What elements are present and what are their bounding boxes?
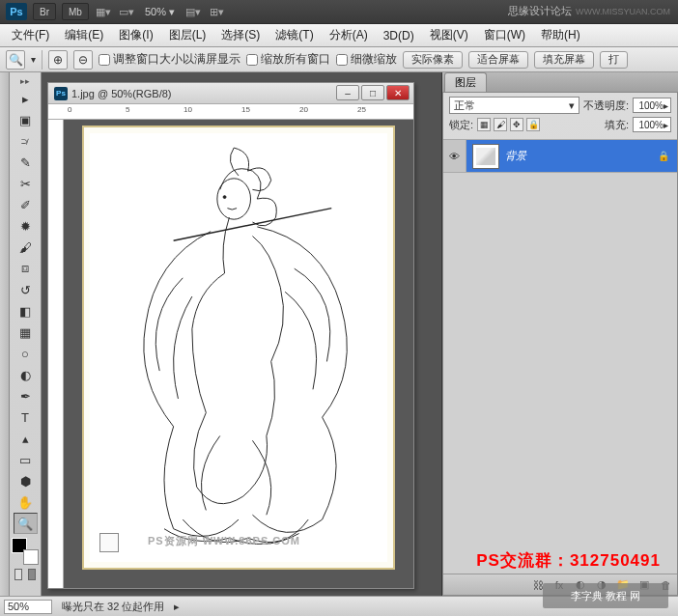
menu-layer[interactable]: 图层(L)	[161, 27, 214, 43]
status-menu-arrow-icon[interactable]: ▸	[174, 601, 180, 613]
layer-thumbnail[interactable]	[472, 144, 499, 169]
fill-screen-button[interactable]: 填充屏幕	[534, 51, 594, 69]
arrange-icon[interactable]: ▦▾	[95, 3, 112, 20]
toolbox-handle-icon[interactable]: ▸▸	[20, 76, 30, 86]
menu-file[interactable]: 文件(F)	[4, 27, 57, 43]
marquee-tool[interactable]: ▣	[14, 109, 38, 130]
brush-tool[interactable]: 🖌	[14, 237, 38, 258]
path-select-tool[interactable]: ▴	[14, 428, 38, 449]
history-brush-tool[interactable]: ↺	[14, 279, 38, 300]
layer-name-label[interactable]: 背景	[505, 149, 658, 163]
menu-image[interactable]: 图像(I)	[111, 27, 160, 43]
zoom-tool-icon[interactable]: 🔍	[6, 50, 25, 70]
quick-select-tool[interactable]: ✎	[14, 152, 38, 173]
bridge-button[interactable]: Br	[33, 3, 56, 20]
opacity-label: 不透明度:	[583, 98, 629, 113]
gradient-tool[interactable]: ▦	[14, 322, 38, 343]
collapsed-panel-dock[interactable]	[0, 72, 10, 596]
menu-help[interactable]: 帮助(H)	[533, 27, 588, 43]
lock-transparency-icon[interactable]: ▦	[477, 118, 491, 131]
minimize-button[interactable]: –	[336, 85, 359, 100]
type-tool[interactable]: T	[14, 406, 38, 428]
layer-list: 👁 背景 🔒	[443, 140, 677, 574]
eyedropper-tool[interactable]: ✐	[14, 194, 38, 215]
lock-all-icon[interactable]: 🔒	[526, 118, 540, 131]
dodge-tool[interactable]: ◐	[14, 364, 38, 385]
menu-analysis[interactable]: 分析(A)	[322, 27, 376, 43]
panel-tab-bar: 图层	[442, 72, 678, 92]
pen-tool[interactable]: ✒	[14, 385, 38, 406]
blend-mode-select[interactable]: 正常▾	[449, 97, 579, 114]
menu-view[interactable]: 视图(V)	[422, 27, 476, 43]
color-swatches[interactable]	[12, 538, 39, 565]
dropdown-arrow-icon[interactable]: ▾	[31, 54, 36, 65]
opacity-input[interactable]: 100% ▸	[633, 98, 671, 113]
ps-logo: Ps	[6, 3, 27, 20]
visibility-toggle[interactable]: 👁	[443, 140, 466, 172]
status-zoom-input[interactable]: 50%	[4, 600, 52, 614]
healing-brush-tool[interactable]: ✹	[14, 215, 38, 237]
maximize-button[interactable]: □	[361, 85, 384, 100]
document-titlebar[interactable]: Ps 1.jpg @ 50%(RGB/8) – □ ✕	[48, 83, 413, 104]
blur-tool[interactable]: ○	[14, 343, 38, 364]
zoom-all-checkbox[interactable]: 缩放所有窗口	[246, 51, 330, 68]
move-tool[interactable]: ▸	[14, 88, 38, 109]
workspace: Ps 1.jpg @ 50%(RGB/8) – □ ✕ 0 5 10 15 20…	[42, 72, 441, 596]
eraser-tool[interactable]: ◧	[14, 300, 38, 322]
lock-position-icon[interactable]: ✥	[510, 118, 523, 131]
artwork-frame: PS资源网 WWW.86PS.COM	[82, 126, 395, 570]
mini-bridge-button[interactable]: Mb	[62, 3, 89, 20]
extras-icon[interactable]: ▤▾	[184, 3, 202, 20]
line-art-figure	[90, 133, 387, 562]
seal-stamp	[99, 533, 119, 552]
shape-tool[interactable]: ▭	[14, 449, 38, 470]
3d-tool[interactable]: ⬢	[14, 470, 38, 491]
actual-pixels-button[interactable]: 实际像素	[403, 51, 463, 69]
menu-3d[interactable]: 3D(D)	[376, 29, 422, 42]
fill-label: 填充:	[605, 118, 629, 132]
fill-input[interactable]: 100% ▸	[633, 117, 671, 132]
crop-tool[interactable]: ✂	[14, 173, 38, 194]
resize-fit-checkbox[interactable]: 调整窗口大小以满屏显示	[99, 51, 240, 68]
tool-palette: ▸▸ ▸ ▣ ⟉ ✎ ✂ ✐ ✹ 🖌 ⧈ ↺ ◧ ▦ ○ ◐ ✒ T ▴ ▭ ⬢…	[10, 72, 42, 596]
ps-mini-icon: Ps	[54, 87, 68, 100]
lock-label: 锁定:	[449, 118, 473, 132]
document-title: 1.jpg @ 50%(RGB/8)	[71, 88, 172, 99]
print-size-button[interactable]: 打	[600, 51, 628, 69]
canvas[interactable]: PS资源网 WWW.86PS.COM	[64, 120, 413, 588]
watermark-text: PS资源网 WWW.86PS.COM	[148, 534, 300, 548]
zoom-tool[interactable]: 🔍	[14, 513, 38, 534]
menu-select[interactable]: 选择(S)	[213, 27, 268, 43]
horizontal-ruler: 0 5 10 15 20 25	[48, 104, 413, 120]
svg-point-1	[223, 196, 226, 199]
screen-mode-icon[interactable]: ▭▾	[118, 3, 135, 20]
layers-panel: 正常▾ 不透明度: 100% ▸ 锁定: ▦ 🖌 ✥ 🔒 填充: 100% ▸	[442, 92, 678, 596]
lasso-tool[interactable]: ⟉	[14, 130, 38, 152]
vertical-ruler	[48, 120, 64, 588]
zoom-indicator[interactable]: 50% ▾	[141, 6, 179, 18]
hand-tool[interactable]: ✋	[14, 491, 38, 513]
status-info: 曝光只在 32 位起作用	[62, 600, 164, 614]
guides-icon[interactable]: ⊞▾	[208, 3, 225, 20]
menu-filter[interactable]: 滤镜(T)	[268, 27, 321, 43]
options-bar: 🔍 ▾ ⊕ ⊖ 调整窗口大小以满屏显示 缩放所有窗口 细微缩放 实际像素 适合屏…	[0, 47, 678, 72]
menu-edit[interactable]: 编辑(E)	[57, 27, 111, 43]
menu-bar: 文件(F) 编辑(E) 图像(I) 图层(L) 选择(S) 滤镜(T) 分析(A…	[0, 24, 678, 47]
layer-item-background[interactable]: 👁 背景 🔒	[443, 140, 677, 173]
background-color[interactable]	[23, 549, 39, 565]
app-toolbar: Ps Br Mb ▦▾ ▭▾ 50% ▾ ▤▾ ⊞▾ 思缘设计论坛WWW.MIS…	[0, 0, 678, 24]
stamp-tool[interactable]: ⧈	[14, 258, 38, 279]
tab-layers[interactable]: 图层	[444, 72, 487, 92]
lock-pixels-icon[interactable]: 🖌	[494, 118, 507, 131]
quick-mask-toggle[interactable]	[12, 569, 39, 584]
fit-screen-button[interactable]: 适合屏幕	[468, 51, 528, 69]
scrubby-zoom-checkbox[interactable]: 细微缩放	[336, 51, 397, 68]
lock-icon: 🔒	[658, 151, 677, 161]
chevron-down-icon: ▾	[569, 99, 575, 112]
site-branding: 思缘设计论坛WWW.MISSYUAN.COM	[508, 4, 670, 18]
zoom-out-icon[interactable]: ⊖	[73, 50, 93, 70]
zoom-in-icon[interactable]: ⊕	[48, 50, 68, 70]
menu-window[interactable]: 窗口(W)	[476, 27, 533, 43]
close-button[interactable]: ✕	[386, 85, 410, 100]
qq-group-overlay: PS交流群：312750491	[476, 549, 661, 572]
